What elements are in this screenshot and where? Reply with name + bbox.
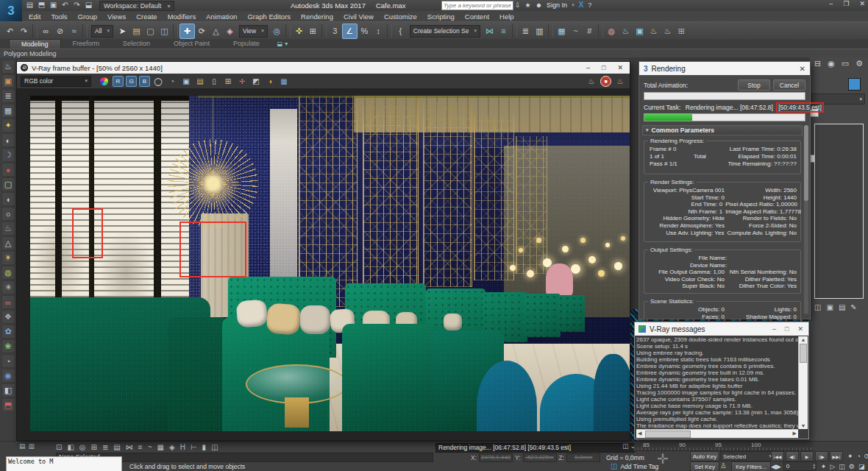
cone-icon[interactable]: △ [1,236,15,250]
snowflake-icon[interactable]: ✳ [1,280,15,294]
current-frame-spinner[interactable]: 0 ▲▼ [783,461,817,471]
histogram-icon[interactable]: ▦ [278,75,290,87]
diamond-icon[interactable]: ❖ [1,310,15,324]
play-selected-icon[interactable]: ▷ [830,463,835,470]
half-square-icon[interactable]: ◧ [1,383,15,397]
color-swatch[interactable] [848,78,861,91]
blue-channel-button[interactable]: B [139,76,150,87]
y-coordinate-field[interactable]: -523,825m [523,453,557,462]
key-small-icon[interactable]: ◈ [169,443,175,451]
percent-snap-icon[interactable]: % [357,24,371,38]
redo-small-icon[interactable]: ↷ [72,1,82,9]
layers-small-icon[interactable]: ≣ [102,443,108,451]
play-button[interactable]: ▶ [800,451,814,461]
sphere-blue-icon[interactable]: ◉ [1,369,15,383]
previous-frame-button[interactable]: ◀|| [786,451,799,461]
spinner-arrows-icon[interactable]: ▲▼ [812,464,815,470]
ribbon-config-dropdown[interactable]: ⬓▾ [277,39,288,49]
ribbon-caret-icon[interactable]: ▾ [285,40,288,47]
render-setup-icon[interactable]: ♨ [619,24,633,38]
viewport-layout-icon[interactable]: ◪ [858,463,865,470]
dome-icon[interactable]: ◖ [1,192,15,206]
angle-snap-icon[interactable]: ∠ [342,24,357,39]
minimize-button[interactable]: – [586,64,590,71]
app-logo[interactable]: 3 [0,0,22,21]
use-pivot-center-icon[interactable]: ◎ [270,24,284,38]
h-icon[interactable]: H [180,443,185,451]
loop-icon[interactable]: ⟳ [864,453,868,460]
tab-populate[interactable]: Populate [221,39,271,49]
select-object-icon[interactable]: ➤ [115,24,129,38]
menu-help[interactable]: Help [494,13,519,21]
frame-buffer-title-bar[interactable]: ⊘ V-Ray frame buffer - [50% of 2560 x 14… [17,62,630,74]
grid-panel-icon[interactable]: ▦ [1,104,15,118]
material-editor-icon[interactable]: ◍ [605,24,619,38]
tab-modeling[interactable]: Modeling [9,39,61,49]
render-last-icon[interactable]: ♨ [586,75,597,87]
display-tab-icon[interactable]: ▭ [842,59,849,68]
frame-step-icon[interactable]: ◀▶ [771,463,781,470]
menu-rendering[interactable]: Rendering [296,13,338,21]
menu-graph-editors[interactable]: Graph Editors [242,13,296,21]
menu-content[interactable]: Content [460,13,494,21]
save-image-icon[interactable]: ▣ [180,75,192,87]
scroll-left-icon[interactable]: ◀ [638,431,641,436]
batch-render-icon[interactable]: ● [1,163,15,177]
tab-object-paint[interactable]: Object Paint [162,39,221,49]
maximize-button[interactable]: ❐ [843,0,849,7]
rendered-frame-icon[interactable]: ▣ [1,74,15,88]
select-and-link-icon[interactable]: ∞ [39,24,53,38]
material-slot-icon[interactable]: ▢ [1,177,15,191]
keyboard-override-icon[interactable]: ⊞ [306,24,320,38]
grid-snap-icon[interactable]: ⊞ [91,443,97,451]
select-by-name-icon[interactable]: ▤ [129,24,143,38]
menu-animation[interactable]: Animation [201,13,242,21]
next-frame-button[interactable]: ||▶ [815,451,828,461]
add-time-tag[interactable]: ◫ Add Time Tag [611,462,658,470]
window-crossing-icon[interactable]: ◫ [157,24,171,38]
set-key-button[interactable]: Set Key [690,461,719,471]
color-channels-icon[interactable] [100,77,108,85]
scroll-right-icon[interactable]: ▶ [793,431,797,436]
timeline-small-icon[interactable]: ▦ [157,443,164,451]
edit-named-selections-icon[interactable]: { [394,24,408,38]
redo-icon[interactable]: ↷ [17,24,31,38]
scroll-down-icon[interactable]: ▼ [799,423,808,428]
tab-selection[interactable]: Selection [111,39,162,49]
auto-key-button[interactable]: Auto Key [690,451,719,461]
gear-icon[interactable]: ⚙ [849,463,855,470]
menu-edit[interactable]: Edit [24,13,46,21]
help-icon[interactable]: ? [588,1,591,9]
sign-in-button[interactable]: Sign In [547,1,567,9]
mirror-small-icon[interactable]: ⋈ [126,443,133,451]
cp-button-2-icon[interactable]: ▣ [826,303,833,311]
scrollbar-thumb[interactable] [800,344,807,363]
selection-lock-icon[interactable]: ◧ [67,443,74,451]
quad-menu-grid-icon[interactable]: ⊞ [675,24,689,38]
maxscript-mini-listener[interactable]: Welcome to M [6,456,122,471]
red-channel-button[interactable]: R [113,76,124,87]
track-mouse-icon[interactable]: ✛ [236,75,248,87]
z-coordinate-field[interactable]: 0,0mm [566,453,600,462]
shell-icon[interactable]: ◔ [1,354,15,368]
mirror-icon[interactable]: ⋈ [483,24,497,38]
menu-modifiers[interactable]: Modifiers [163,13,202,21]
isolate-toggle-icon[interactable]: ⊡ [56,443,62,451]
flower-green-icon[interactable]: ❀ [1,339,15,353]
dope-sheet-icon[interactable]: ◫ [211,443,218,451]
alpha-channel-icon[interactable]: ◯ [152,75,164,87]
spinner-snap-icon[interactable]: ↕ [371,24,385,38]
named-sets-small-icon[interactable]: ▤ [113,443,120,451]
align-icon[interactable]: ≡ [497,24,511,38]
exposure-icon[interactable]: ◐ [1,133,15,147]
selection-set-dropdown[interactable]: Selected ▾ [720,451,775,461]
render-teapot-icon[interactable]: ♨ [1,60,15,74]
rendering-dialog-title-bar[interactable]: 3 Rendering ✕ [639,62,810,75]
tab-freeform[interactable]: Freeform [61,39,112,49]
curve-small-icon[interactable]: ~ [148,443,152,451]
green-channel-button[interactable]: G [126,76,137,87]
minimize-button[interactable]: – [772,325,776,333]
workspace-dropdown[interactable]: Workspace: Default ▾ [99,1,174,11]
bind-spacewarp-icon[interactable]: ≈ [67,24,81,38]
curve-editor-icon[interactable]: ~ [569,24,583,38]
